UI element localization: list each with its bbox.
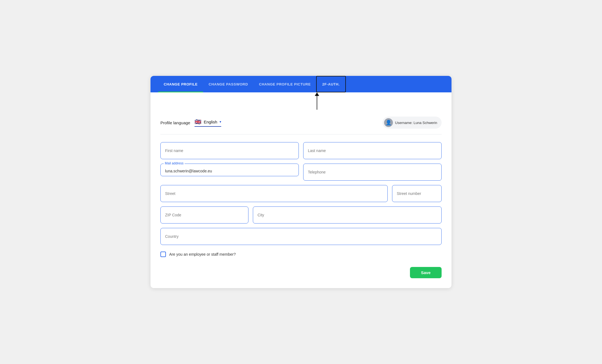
language-left: Profile language 🇬🇧 English ▾ <box>160 118 221 127</box>
employee-checkbox[interactable] <box>160 252 166 257</box>
flag-icon: 🇬🇧 <box>195 118 201 125</box>
zip-city-row <box>160 206 442 224</box>
save-button-row: Save <box>160 267 442 278</box>
avatar: 👤 <box>384 118 393 127</box>
zip-code-field <box>160 206 248 224</box>
avatar-person-icon: 👤 <box>385 120 392 126</box>
tab-change-password[interactable]: CHANGE PASSWORD <box>203 76 253 92</box>
tab-2f-auth[interactable]: 2F-AUTH. <box>316 76 346 92</box>
username-badge: 👤 Username: Luna Schwerin <box>382 117 442 129</box>
language-text: English <box>204 120 217 124</box>
street-input[interactable] <box>160 185 388 202</box>
save-button[interactable]: Save <box>410 267 442 278</box>
arrow-head-up-icon <box>315 92 319 96</box>
mail-tel-row: Mail address <box>160 164 442 181</box>
username-text: Username: Luna Schwerin <box>395 121 437 125</box>
first-name-input[interactable] <box>160 142 299 159</box>
page-container: CHANGE PROFILE CHANGE PASSWORD CHANGE PR… <box>150 76 452 288</box>
tab-change-profile[interactable]: CHANGE PROFILE <box>158 76 203 92</box>
first-name-field <box>160 142 299 159</box>
street-number-input[interactable] <box>392 185 442 202</box>
mail-address-input[interactable] <box>160 164 299 176</box>
arrow-annotation-area <box>150 92 452 110</box>
arrow-shaft <box>317 96 317 110</box>
last-name-field <box>303 142 442 159</box>
chevron-down-icon: ▾ <box>220 120 221 124</box>
mail-address-label: Mail address <box>164 161 185 165</box>
mail-address-field: Mail address <box>160 164 299 181</box>
profile-language-label: Profile language <box>160 120 190 125</box>
nav-bar: CHANGE PROFILE CHANGE PASSWORD CHANGE PR… <box>150 76 452 92</box>
country-row <box>160 228 442 245</box>
language-row: Profile language 🇬🇧 English ▾ 👤 Username… <box>160 117 442 129</box>
street-number-field <box>392 185 442 202</box>
city-field <box>253 206 442 224</box>
divider <box>160 134 442 134</box>
last-name-input[interactable] <box>303 142 442 159</box>
telephone-field <box>303 164 442 181</box>
telephone-input[interactable] <box>303 164 442 181</box>
country-field <box>160 228 442 245</box>
profile-form: Mail address <box>160 142 442 278</box>
street-field <box>160 185 388 202</box>
street-row <box>160 185 442 202</box>
tab-change-profile-picture[interactable]: CHANGE PROFILE PICTURE <box>253 76 316 92</box>
zip-code-input[interactable] <box>160 206 248 224</box>
employee-checkbox-label: Are you an employee or staff member? <box>169 252 236 257</box>
country-input[interactable] <box>160 228 442 245</box>
city-input[interactable] <box>253 206 442 224</box>
arrow-annotation <box>315 92 319 110</box>
name-row <box>160 142 442 159</box>
language-selector[interactable]: 🇬🇧 English ▾ <box>195 118 221 127</box>
body-content: Profile language 🇬🇧 English ▾ 👤 Username… <box>150 110 452 288</box>
employee-checkbox-row: Are you an employee or staff member? <box>160 252 442 257</box>
